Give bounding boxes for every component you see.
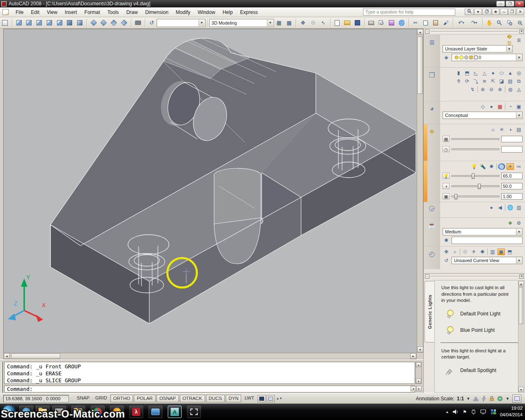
- view-right-icon[interactable]: [45, 18, 54, 27]
- render-preset-combo[interactable]: Medium▼: [443, 228, 523, 235]
- loft-icon[interactable]: ≋: [481, 78, 488, 84]
- tab-generic-lights[interactable]: Generic Lights: [425, 281, 434, 342]
- undo-icon[interactable]: ↶▾: [455, 18, 468, 27]
- command-scroll-down-icon[interactable]: ▼: [416, 379, 421, 383]
- annotation-scale-dropdown-icon[interactable]: ▼: [466, 397, 470, 401]
- iso-se-icon[interactable]: [99, 18, 109, 27]
- render-output-field[interactable]: [452, 237, 523, 244]
- toggle-ortho[interactable]: ORTHO: [110, 395, 133, 402]
- visual-style-panel-icon[interactable]: ◕: [430, 105, 434, 113]
- parallel-projection-icon[interactable]: ▣: [498, 249, 505, 255]
- zoom-window-icon[interactable]: [505, 18, 514, 27]
- toggle-lwt[interactable]: LWT: [242, 395, 256, 402]
- materials-panel-icon[interactable]: ◶: [429, 204, 435, 212]
- restore-view-icon[interactable]: ↺: [443, 257, 450, 264]
- paste-icon[interactable]: [431, 18, 441, 27]
- taskbar-control-panel-icon[interactable]: [148, 406, 162, 418]
- match-properties-icon[interactable]: 🖌: [441, 18, 451, 27]
- taskbar-adobe-reader-icon[interactable]: λ: [129, 406, 143, 418]
- blue-point-light-item[interactable]: Blue Point Light: [435, 322, 525, 338]
- view-left-icon[interactable]: [34, 18, 44, 27]
- publish-icon[interactable]: [387, 18, 396, 27]
- palette-minimize-icon[interactable]: –: [425, 274, 429, 278]
- brightness-value[interactable]: 65.0: [501, 173, 523, 179]
- menu-window[interactable]: Window: [194, 8, 219, 16]
- iso-ne-icon[interactable]: [109, 18, 119, 27]
- sun-toggle-icon[interactable]: ☀: [507, 163, 514, 170]
- command-scroll-right-icon[interactable]: ►: [416, 386, 422, 391]
- model-space-icon[interactable]: [258, 395, 266, 402]
- menu-tools[interactable]: Tools: [104, 8, 123, 16]
- time-slider[interactable]: [451, 148, 500, 150]
- named-views-back-icon[interactable]: ↺: [147, 18, 156, 27]
- geographic-location-icon[interactable]: ▤: [515, 126, 523, 133]
- sun-properties-icon[interactable]: ◑: [507, 126, 514, 133]
- visual-style-combo[interactable]: Conceptual▼: [443, 112, 523, 119]
- polysolid-icon[interactable]: ▮: [455, 70, 462, 76]
- time-value-field[interactable]: [501, 146, 523, 153]
- current-view-combo[interactable]: Unsaved Current View▼: [452, 257, 523, 264]
- tray-clock[interactable]: 19:02 04/04/2014: [497, 405, 523, 418]
- interfere-icon[interactable]: ◍: [507, 86, 514, 93]
- intersect-icon[interactable]: ⊗: [496, 86, 504, 93]
- camera-icon[interactable]: [133, 18, 143, 27]
- view-bottom-icon[interactable]: [24, 18, 34, 27]
- press-pull-icon[interactable]: ⇱: [489, 78, 497, 84]
- zoom-realtime-icon[interactable]: [495, 18, 504, 27]
- taskbar-autocad-icon[interactable]: A: [168, 406, 182, 418]
- toggle-grid[interactable]: GRID: [93, 395, 110, 402]
- named-view-combo[interactable]: ▼: [157, 19, 205, 27]
- style-manager-icon[interactable]: ▦: [496, 103, 504, 110]
- layer-state-combo[interactable]: Unsaved Layer State▼: [443, 45, 513, 52]
- workspace-settings-icon[interactable]: ▦: [274, 18, 284, 27]
- menu-insert[interactable]: Insert: [61, 8, 81, 16]
- zoom-previous-icon[interactable]: [515, 18, 525, 27]
- communication-status-icon[interactable]: [497, 396, 503, 402]
- redo-icon[interactable]: ↷▾: [468, 18, 480, 27]
- zoom-tool-icon[interactable]: ⌕: [451, 249, 459, 255]
- layers-panel-icon[interactable]: ≣: [429, 38, 435, 47]
- palette-close-icon[interactable]: ✕: [519, 274, 524, 278]
- camera-tool-icon[interactable]: ✈: [470, 249, 477, 255]
- power-plug-icon[interactable]: [471, 409, 476, 415]
- toggle-ducs[interactable]: DUCS: [206, 395, 225, 402]
- create-spotlight-icon[interactable]: 🔦: [479, 163, 486, 170]
- orbit-icon[interactable]: ☉: [308, 18, 318, 27]
- close-button[interactable]: ✕: [515, 1, 524, 7]
- dashboard-minimize-icon[interactable]: –: [425, 30, 429, 34]
- doc-minimize-button[interactable]: –: [500, 9, 508, 15]
- thicken-icon[interactable]: ▤: [507, 78, 514, 84]
- tray-expand-icon[interactable]: ▲: [445, 410, 449, 414]
- helix-icon[interactable]: ↯: [469, 86, 476, 93]
- midtones-value[interactable]: 1.00: [501, 193, 523, 200]
- menu-format[interactable]: Format: [81, 8, 104, 16]
- face-style-icon[interactable]: ◔: [507, 103, 514, 110]
- action-center-flag-icon[interactable]: ⚑: [463, 409, 467, 415]
- dashboard-close-icon[interactable]: ✕: [519, 30, 524, 34]
- wireframe-style-icon[interactable]: ◇: [479, 103, 486, 110]
- scroll-up-icon[interactable]: ▲: [417, 29, 423, 35]
- pan-realtime-icon[interactable]: ✥: [298, 18, 308, 27]
- create-point-light-icon[interactable]: 💡: [470, 163, 478, 170]
- menu-edit[interactable]: Edit: [27, 8, 43, 16]
- save-icon[interactable]: [353, 18, 362, 27]
- 3dwalk-icon[interactable]: ➴: [319, 18, 328, 27]
- check-icon[interactable]: ◬: [515, 86, 523, 93]
- doc-close-button[interactable]: ✕: [516, 9, 524, 15]
- maximize-button[interactable]: ❐: [506, 1, 514, 7]
- light-list-icon[interactable]: ≔: [515, 163, 523, 170]
- default-spotlight-item[interactable]: Default Spotlight: [435, 362, 525, 379]
- sheet-set-manager-icon[interactable]: [0, 18, 10, 27]
- pyramid-primitive-icon[interactable]: ▲: [507, 70, 514, 76]
- walk-tool-icon[interactable]: ✺: [479, 249, 486, 255]
- minimize-button[interactable]: —: [496, 1, 505, 7]
- perspective-projection-icon[interactable]: ⬒: [506, 249, 514, 255]
- material-library-icon[interactable]: ▥: [515, 204, 523, 211]
- toolbar-lock-icon[interactable]: [489, 396, 495, 402]
- copy-icon[interactable]: [421, 18, 430, 27]
- geographic-sun-icon[interactable]: ◍: [498, 163, 505, 170]
- command-splitter[interactable]: [1, 362, 3, 393]
- light-panel-icon[interactable]: ☀: [429, 128, 435, 136]
- convert-icon[interactable]: ⧉: [515, 78, 523, 84]
- status-tray-dropdown-icon[interactable]: ▼: [506, 397, 509, 401]
